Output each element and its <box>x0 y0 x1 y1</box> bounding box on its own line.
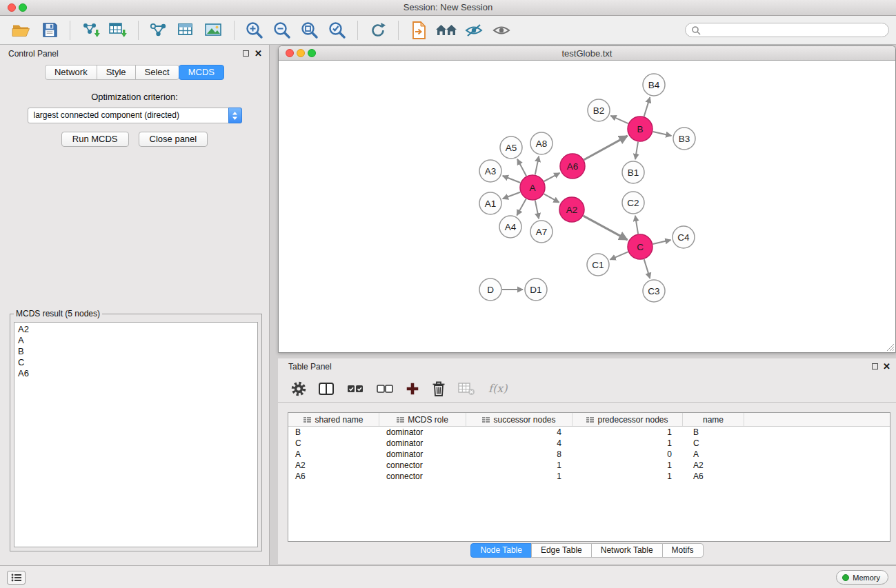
table-cell[interactable]: A2 <box>683 460 744 471</box>
hide-details-button[interactable] <box>460 19 488 42</box>
table-cell[interactable]: A6 <box>683 471 744 482</box>
network-window[interactable]: testGlobe.txt AA1A2A3A4A5A6A7A8BB1B2B3B4… <box>278 45 896 353</box>
memory-button[interactable]: Memory <box>836 570 888 585</box>
graph-edge[interactable] <box>644 259 650 278</box>
graph-edge[interactable] <box>644 97 650 116</box>
network-canvas[interactable]: AA1A2A3A4A5A6A7A8BB1B2B3B4CC1C2C3C4DD1 <box>279 61 895 352</box>
tab-style[interactable]: Style <box>97 65 136 80</box>
show-columns-button[interactable] <box>317 381 335 397</box>
table-cell[interactable]: A2 <box>288 460 379 471</box>
table-row[interactable]: A2connector11A2 <box>288 460 890 471</box>
table-row[interactable]: Cdominator41C <box>288 438 890 449</box>
run-mcds-button[interactable]: Run MCDS <box>61 132 129 147</box>
graph-edge[interactable] <box>584 216 628 240</box>
float-panel-icon[interactable] <box>872 363 878 369</box>
zoom-out-button[interactable] <box>268 19 296 42</box>
graph-edge[interactable] <box>517 159 526 176</box>
close-panel-icon[interactable]: ✕ <box>255 48 262 59</box>
column-header-mcds-role[interactable]: MCDS role <box>379 413 466 426</box>
list-item[interactable]: C <box>18 357 254 368</box>
export-image-button[interactable] <box>200 19 228 42</box>
zoom-selected-button[interactable] <box>323 19 351 42</box>
resize-grip-icon[interactable] <box>886 343 895 352</box>
graph-edge[interactable] <box>610 252 628 259</box>
graph-edge[interactable] <box>503 176 521 183</box>
search-input[interactable] <box>704 26 883 35</box>
table-cell[interactable]: 1 <box>466 460 573 471</box>
table-row[interactable]: Adominator80A <box>288 449 890 460</box>
graph-edge[interactable] <box>535 156 539 175</box>
table-cell[interactable]: B <box>288 427 379 438</box>
zoom-window-button[interactable] <box>19 3 27 12</box>
table-cell[interactable]: dominator <box>379 449 466 460</box>
show-details-button[interactable] <box>488 19 515 42</box>
table-cell[interactable]: dominator <box>379 427 466 438</box>
graph-edge[interactable] <box>517 199 526 216</box>
new-network-button[interactable] <box>145 19 172 42</box>
zoom-fit-button[interactable] <box>296 19 323 42</box>
table-settings-button[interactable] <box>290 381 307 397</box>
graph-edge[interactable] <box>544 173 560 181</box>
table-row[interactable]: Bdominator41B <box>288 427 890 438</box>
close-panel-button[interactable]: Close panel <box>139 132 208 147</box>
tab-network-table[interactable]: Network Table <box>591 543 663 558</box>
table-cell[interactable]: connector <box>379 460 466 471</box>
zoom-network-window-button[interactable] <box>308 49 316 57</box>
network-graph[interactable]: AA1A2A3A4A5A6A7A8BB1B2B3B4CC1C2C3C4DD1 <box>279 61 895 352</box>
list-item[interactable]: A2 <box>18 324 254 335</box>
graph-edge[interactable] <box>635 142 638 159</box>
dropdown-stepper[interactable] <box>228 108 242 123</box>
table-cell[interactable]: A <box>288 449 379 460</box>
table-cell[interactable]: connector <box>379 471 466 482</box>
column-header-successor-nodes[interactable]: successor nodes <box>466 413 573 426</box>
delete-column-button[interactable] <box>430 380 447 398</box>
graph-edge[interactable] <box>653 132 672 136</box>
close-panel-icon[interactable]: ✕ <box>883 361 890 372</box>
tab-network[interactable]: Network <box>45 65 97 80</box>
delete-table-button[interactable] <box>457 381 475 396</box>
create-column-button[interactable] <box>405 381 420 396</box>
import-table-button[interactable] <box>104 19 132 42</box>
tab-edge-table[interactable]: Edge Table <box>531 543 592 558</box>
table-cell[interactable]: 1 <box>466 471 573 482</box>
table-cell[interactable]: 4 <box>466 427 573 438</box>
graph-edge[interactable] <box>584 136 628 160</box>
graph-edge[interactable] <box>653 240 671 244</box>
table-cell[interactable]: A6 <box>288 471 379 482</box>
table-cell[interactable]: 1 <box>573 438 683 449</box>
optimization-criterion-select[interactable]: largest connected component (directed) <box>28 108 242 123</box>
tab-node-table[interactable]: Node Table <box>470 543 532 558</box>
table-cell[interactable]: 0 <box>573 449 683 460</box>
home-layout-button[interactable] <box>432 19 460 42</box>
network-window-titlebar[interactable]: testGlobe.txt <box>279 46 895 61</box>
import-network-button[interactable] <box>77 19 104 42</box>
column-header-name[interactable]: name <box>683 413 744 426</box>
open-session-button[interactable] <box>8 19 36 42</box>
function-builder-button[interactable]: f(x) <box>488 382 507 395</box>
list-item[interactable]: A6 <box>18 368 254 379</box>
graph-edge[interactable] <box>610 116 628 123</box>
search-field[interactable] <box>685 23 889 37</box>
column-header-shared-name[interactable]: shared name <box>288 413 379 426</box>
table-cell[interactable]: C <box>288 438 379 449</box>
table-cell[interactable]: 1 <box>573 427 683 438</box>
export-network-button[interactable] <box>405 19 432 42</box>
table-cell[interactable]: 8 <box>466 449 573 460</box>
table-row[interactable]: A6connector11A6 <box>288 471 890 482</box>
graph-edge[interactable] <box>635 216 638 234</box>
table-cell[interactable]: 1 <box>573 460 683 471</box>
titlebar[interactable]: Session: New Session <box>0 0 896 16</box>
new-table-button[interactable] <box>172 19 200 42</box>
task-history-button[interactable] <box>7 571 26 585</box>
table-cell[interactable]: A <box>683 449 744 460</box>
close-network-window-button[interactable] <box>286 49 294 57</box>
refresh-button[interactable] <box>364 19 392 42</box>
table-cell[interactable]: C <box>683 438 744 449</box>
table-cell[interactable]: 1 <box>573 471 683 482</box>
table-cell[interactable]: dominator <box>379 438 466 449</box>
zoom-in-button[interactable] <box>241 19 268 42</box>
table-cell[interactable]: 4 <box>466 438 573 449</box>
table-cell[interactable]: B <box>683 427 744 438</box>
float-panel-icon[interactable] <box>243 50 249 57</box>
mcds-result-list[interactable]: A2ABCA6 <box>14 322 258 547</box>
